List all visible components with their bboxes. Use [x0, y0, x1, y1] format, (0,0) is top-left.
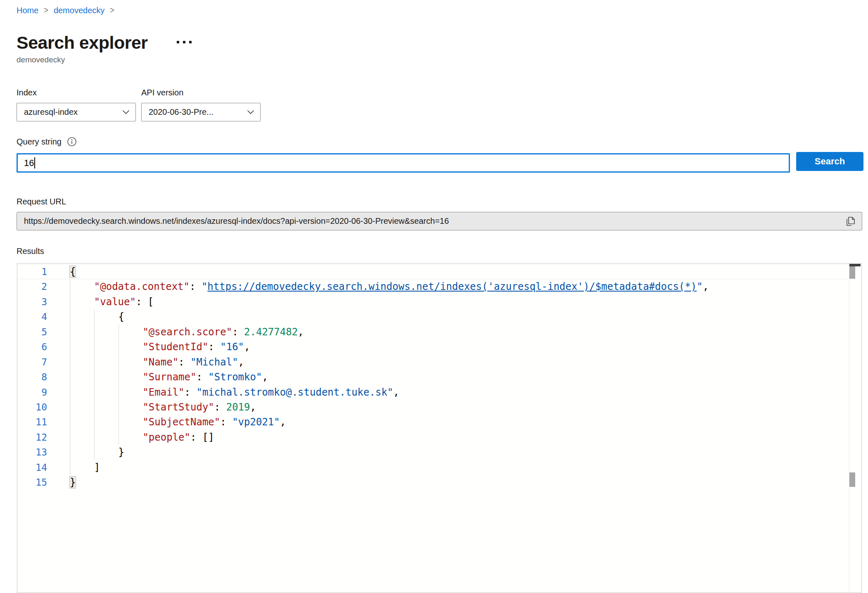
chevron-down-icon: [247, 110, 254, 114]
json-token: "Name": [142, 356, 178, 368]
indent-guide: [70, 385, 94, 400]
line-number: 13: [17, 445, 70, 460]
tokens: {: [70, 265, 76, 279]
tokens: }: [119, 445, 124, 460]
json-token: ,: [250, 401, 256, 413]
json-link[interactable]: https://demovedecky.search.windows.net/i…: [207, 281, 697, 292]
json-token: 2019: [226, 401, 250, 413]
json-token: "StudentId": [142, 341, 208, 353]
json-token: ": [697, 281, 702, 292]
code-line-content: }: [70, 445, 847, 460]
code-area: 1{2"@odata.context": "https://demovedeck…: [17, 264, 847, 593]
copy-icon[interactable]: [844, 215, 857, 228]
json-token: "16": [220, 341, 244, 353]
code-line: 6"StudentId": "16",: [17, 339, 847, 354]
indent-guide: [119, 430, 143, 445]
chevron-down-icon: [122, 110, 130, 114]
json-token: "@odata.context": [94, 281, 190, 292]
indent-guide: [94, 400, 119, 415]
api-version-dropdown-value: 2020-06-30-Pre...: [149, 107, 213, 117]
breadcrumb-link-home[interactable]: Home: [17, 6, 38, 15]
index-label: Index: [17, 88, 37, 97]
page-title: Search explorer: [17, 33, 148, 53]
code-line-content: "@search.score": 2.4277482,: [70, 325, 847, 339]
breadcrumb-chevron-icon: >: [110, 5, 114, 16]
index-dropdown-value: azuresql-index: [24, 107, 78, 117]
code-line: 14]: [17, 460, 847, 475]
search-button[interactable]: Search: [796, 152, 863, 171]
indent-guide: [94, 430, 119, 445]
line-number: 10: [17, 400, 70, 415]
indent-guide: [94, 385, 119, 400]
results-json-editor[interactable]: 1{2"@odata.context": "https://demovedeck…: [17, 263, 862, 593]
line-number: 8: [17, 370, 70, 384]
code-line: 7"Name": "Michal",: [17, 355, 847, 370]
json-token: :: [196, 371, 208, 383]
line-number: 4: [17, 309, 70, 324]
indent-guide: [94, 445, 119, 460]
indent-guide: [94, 370, 119, 384]
tokens: "@odata.context": "https://demovedecky.s…: [94, 279, 709, 294]
code-line-content: {: [70, 265, 847, 279]
query-string-input[interactable]: 16: [17, 153, 790, 173]
editor-scrollbar-thumb[interactable]: [849, 266, 855, 279]
info-icon[interactable]: [67, 137, 77, 147]
tokens: "Surname": "Stromko",: [142, 370, 268, 384]
code-line: 8"Surname": "Stromko",: [17, 370, 847, 384]
json-token: ,: [244, 341, 250, 353]
indent-guide: [70, 400, 94, 415]
more-options-icon[interactable]: [177, 41, 192, 43]
resource-subtitle: demovedecky: [17, 55, 65, 64]
code-line-content: "Surname": "Stromko",: [70, 370, 847, 384]
json-token: }: [70, 477, 76, 488]
indent-guide: [70, 309, 94, 324]
line-number: 1: [17, 265, 70, 279]
json-token: : [: [136, 296, 154, 308]
tokens: "SubjectName": "vp2021",: [142, 415, 286, 429]
indent-guide: [70, 339, 94, 354]
line-number: 2: [17, 279, 70, 294]
code-line: 13}: [17, 445, 847, 460]
code-line-content: "value": [: [70, 294, 847, 309]
code-line: 9"Email": "michal.stromko@.student.tuke.…: [17, 385, 847, 400]
code-line-content: "@odata.context": "https://demovedecky.s…: [70, 279, 847, 294]
code-line: 2"@odata.context": "https://demovedecky.…: [17, 279, 847, 294]
breadcrumb-link-demovedecky[interactable]: demovedecky: [54, 6, 104, 15]
code-line-content: "StartStudy": 2019,: [70, 400, 847, 415]
json-token: "michal.stromko@.student.tuke.sk": [196, 387, 393, 398]
breadcrumb: Home>demovedecky>: [17, 6, 120, 15]
line-number: 5: [17, 325, 70, 339]
code-line-content: "StudentId": "16",: [70, 339, 847, 354]
json-token: "people": [142, 432, 190, 443]
page-scrollbar-thumb[interactable]: [849, 472, 855, 487]
line-number: 3: [17, 294, 70, 309]
dot: [183, 41, 185, 43]
json-token: ,: [238, 356, 244, 368]
index-dropdown[interactable]: azuresql-index: [17, 103, 136, 121]
indent-guide: [70, 445, 94, 460]
json-token: }: [119, 446, 124, 458]
json-token: :: [178, 356, 190, 368]
tokens: "people": []: [142, 430, 214, 445]
code-line: 12"people": []: [17, 430, 847, 445]
json-token: ]: [94, 462, 100, 473]
indent-guide: [119, 355, 143, 370]
api-version-dropdown[interactable]: 2020-06-30-Pre...: [141, 103, 261, 121]
indent-guide: [119, 385, 143, 400]
indent-guide: [119, 415, 143, 429]
code-line: 10"StartStudy": 2019,: [17, 400, 847, 415]
json-token: "Surname": [142, 371, 196, 383]
dot: [177, 41, 179, 43]
request-url-box: https://demovedecky.search.windows.net/i…: [17, 212, 862, 230]
code-line-content: "SubjectName": "vp2021",: [70, 415, 847, 429]
indent-guide: [70, 279, 94, 294]
json-token: "vp2021": [232, 416, 280, 428]
indent-guide: [94, 355, 119, 370]
breadcrumb-chevron-icon: >: [44, 5, 48, 16]
code-line-content: "Email": "michal.stromko@.student.tuke.s…: [70, 385, 847, 400]
tokens: "StudentId": "16",: [142, 339, 250, 354]
code-line-content: }: [70, 475, 847, 490]
scrollbar-track-divider: [849, 263, 849, 593]
json-token: ,: [298, 326, 304, 338]
indent-guide: [70, 355, 94, 370]
